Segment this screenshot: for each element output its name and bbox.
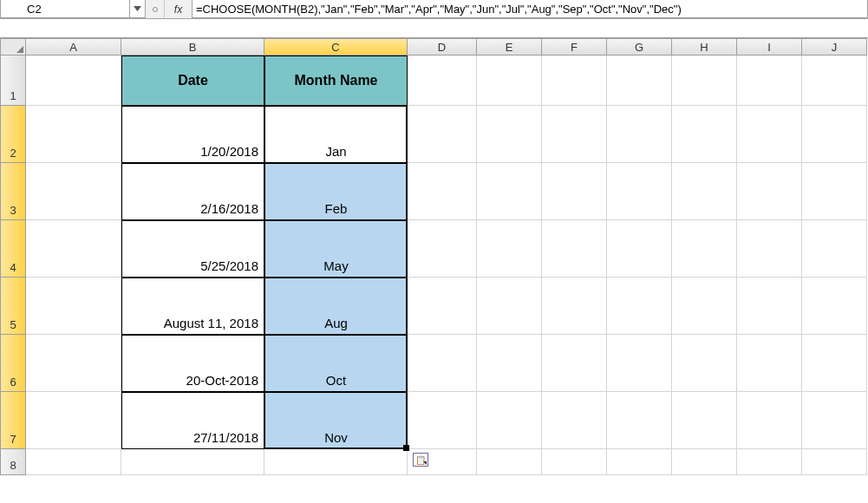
column-header-E[interactable]: E xyxy=(477,38,542,56)
column-header-J[interactable]: J xyxy=(802,38,867,56)
cell-C5[interactable]: Aug xyxy=(264,278,408,335)
cell-E7[interactable] xyxy=(477,392,542,449)
cell-D5[interactable] xyxy=(408,278,477,335)
row-header-4[interactable]: 4 xyxy=(0,220,26,278)
cell-J1[interactable] xyxy=(802,56,867,106)
cell-J7[interactable] xyxy=(802,392,867,449)
row-header-2[interactable]: 2 xyxy=(0,106,26,163)
select-all-corner[interactable] xyxy=(0,38,26,56)
cell-D6[interactable] xyxy=(408,335,477,392)
cell-H7[interactable] xyxy=(672,392,737,449)
cell-G4[interactable] xyxy=(607,220,672,278)
cell-E4[interactable] xyxy=(477,220,542,278)
cell-B2[interactable]: 1/20/2018 xyxy=(121,106,264,163)
cell-D3[interactable] xyxy=(408,163,477,220)
cell-H8[interactable] xyxy=(672,449,737,475)
name-box[interactable]: C2 xyxy=(0,0,130,18)
column-header-C[interactable]: C xyxy=(264,38,408,56)
cell-E5[interactable] xyxy=(477,278,542,335)
cell-F4[interactable] xyxy=(542,220,607,278)
cell-E8[interactable] xyxy=(477,449,542,475)
cell-D4[interactable] xyxy=(408,220,477,278)
cell-I7[interactable] xyxy=(737,392,802,449)
cell-C7[interactable]: Nov xyxy=(264,392,408,449)
cell-D7[interactable] xyxy=(408,392,477,449)
cell-F6[interactable] xyxy=(542,335,607,392)
cell-D2[interactable] xyxy=(408,106,477,163)
cell-B7[interactable]: 27/11/2018 xyxy=(121,392,264,449)
column-header-G[interactable]: G xyxy=(607,38,672,56)
formula-input[interactable]: =CHOOSE(MONTH(B2),"Jan","Feb","Mar","Apr… xyxy=(193,0,868,18)
cell-G8[interactable] xyxy=(607,449,672,475)
cell-H4[interactable] xyxy=(672,220,737,278)
cell-J3[interactable] xyxy=(802,163,867,220)
cell-F7[interactable] xyxy=(542,392,607,449)
cell-F1[interactable] xyxy=(542,56,607,106)
cell-A6[interactable] xyxy=(26,335,121,392)
formula-bar-expand[interactable] xyxy=(0,19,868,38)
cell-G1[interactable] xyxy=(607,56,672,106)
cell-A1[interactable] xyxy=(26,56,121,106)
column-header-A[interactable]: A xyxy=(26,38,121,56)
cell-C3[interactable]: Feb xyxy=(264,163,408,220)
header-cell-C1[interactable]: Month Name xyxy=(264,56,408,106)
cell-I3[interactable] xyxy=(737,163,802,220)
cell-I8[interactable] xyxy=(737,449,802,475)
cell-D1[interactable] xyxy=(408,56,477,106)
cell-H6[interactable] xyxy=(672,335,737,392)
cell-B6[interactable]: 20-Oct-2018 xyxy=(121,335,264,392)
cell-E2[interactable] xyxy=(477,106,542,163)
cell-J6[interactable] xyxy=(802,335,867,392)
cell-G3[interactable] xyxy=(607,163,672,220)
cell-C2[interactable]: Jan xyxy=(264,106,408,163)
cell-H3[interactable] xyxy=(672,163,737,220)
row-header-1[interactable]: 1 xyxy=(0,56,26,106)
cell-B8[interactable] xyxy=(121,449,264,475)
header-cell-B1[interactable]: Date xyxy=(121,56,264,106)
cell-G2[interactable] xyxy=(607,106,672,163)
cell-B5[interactable]: August 11, 2018 xyxy=(121,278,264,335)
cell-E3[interactable] xyxy=(477,163,542,220)
column-header-I[interactable]: I xyxy=(737,38,802,56)
cell-C6[interactable]: Oct xyxy=(264,335,408,392)
column-header-H[interactable]: H xyxy=(672,38,737,56)
row-header-8[interactable]: 8 xyxy=(0,449,26,475)
cell-G5[interactable] xyxy=(607,278,672,335)
cell-J5[interactable] xyxy=(802,278,867,335)
cell-F8[interactable] xyxy=(542,449,607,475)
row-header-7[interactable]: 7 xyxy=(0,392,26,449)
cell-I4[interactable] xyxy=(737,220,802,278)
cell-F3[interactable] xyxy=(542,163,607,220)
cell-A3[interactable] xyxy=(26,163,121,220)
cell-E6[interactable] xyxy=(477,335,542,392)
row-header-3[interactable]: 3 xyxy=(0,163,26,220)
cell-I5[interactable] xyxy=(737,278,802,335)
cell-I2[interactable] xyxy=(737,106,802,163)
column-header-D[interactable]: D xyxy=(408,38,477,56)
cell-C8[interactable] xyxy=(264,449,408,475)
column-header-F[interactable]: F xyxy=(542,38,607,56)
cell-A5[interactable] xyxy=(26,278,121,335)
autofill-options-button[interactable]: 📋 xyxy=(413,453,428,467)
cell-A7[interactable] xyxy=(26,392,121,449)
cell-F2[interactable] xyxy=(542,106,607,163)
row-header-6[interactable]: 6 xyxy=(0,335,26,392)
cell-J4[interactable] xyxy=(802,220,867,278)
cell-F5[interactable] xyxy=(542,278,607,335)
cell-J8[interactable] xyxy=(802,449,867,475)
cell-A8[interactable] xyxy=(26,449,121,475)
cell-A2[interactable] xyxy=(26,106,121,163)
insert-function-button[interactable]: fx xyxy=(165,0,193,18)
cell-E1[interactable] xyxy=(477,56,542,106)
cell-B3[interactable]: 2/16/2018 xyxy=(121,163,264,220)
cell-G6[interactable] xyxy=(607,335,672,392)
cell-G7[interactable] xyxy=(607,392,672,449)
column-header-B[interactable]: B xyxy=(121,38,264,56)
cell-I6[interactable] xyxy=(737,335,802,392)
cell-A4[interactable] xyxy=(26,220,121,278)
cell-H1[interactable] xyxy=(672,56,737,106)
cell-H5[interactable] xyxy=(672,278,737,335)
row-header-5[interactable]: 5 xyxy=(0,278,26,335)
name-box-dropdown[interactable] xyxy=(130,0,146,18)
cell-I1[interactable] xyxy=(737,56,802,106)
